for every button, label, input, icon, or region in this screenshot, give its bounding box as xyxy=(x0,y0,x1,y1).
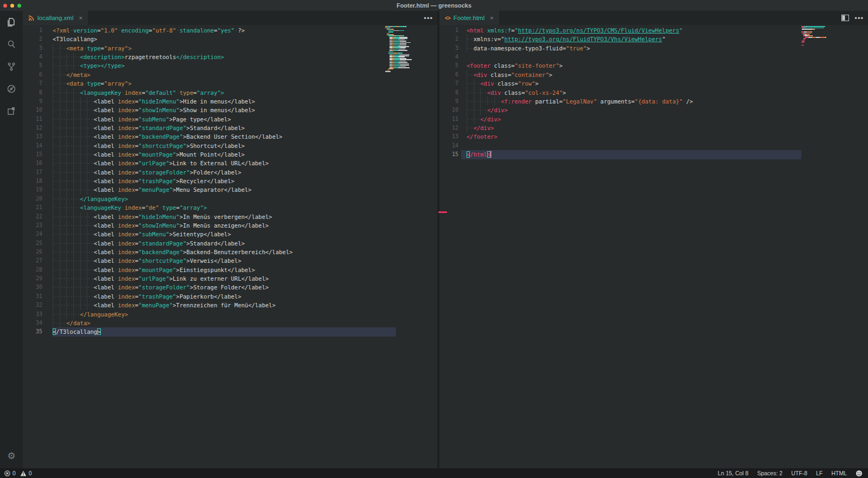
code-line[interactable]: 29············<label·index="urlPage">Lin… xyxy=(23,274,437,283)
smiley-icon[interactable] xyxy=(856,470,863,477)
minimap[interactable] xyxy=(385,26,418,72)
close-tab-icon[interactable]: × xyxy=(490,15,493,21)
minimap[interactable] xyxy=(801,26,847,46)
status-utf-8[interactable]: UTF-8 xyxy=(791,470,807,476)
line-number: 29 xyxy=(23,274,42,283)
code-line[interactable]: 2<T3locallang> xyxy=(23,35,437,43)
code-text: ············<label·index="hideInMenu">In… xyxy=(53,212,437,221)
more-icon[interactable]: ••• xyxy=(854,13,864,23)
minimap-segment xyxy=(393,34,394,35)
minimize-window-button[interactable] xyxy=(10,4,14,8)
code-text: ············<label·index="shortcutPage">… xyxy=(53,141,437,150)
code-line[interactable]: 4 xyxy=(439,53,868,61)
code-line[interactable]: 9············<label·index="hideInMenu">H… xyxy=(23,97,437,106)
settings-gear-icon[interactable]: ⚙ xyxy=(0,450,23,462)
extensions-icon[interactable] xyxy=(0,100,23,122)
code-line[interactable]: 7····<data·type="array"> xyxy=(23,79,437,88)
warning-triangle-count[interactable]: 0 xyxy=(20,470,32,476)
code-token: "array" xyxy=(180,204,203,211)
code-line[interactable]: 35</T3locallang> xyxy=(23,327,437,336)
code-token: "subMenu" xyxy=(138,231,169,237)
minimap-segment xyxy=(394,55,399,56)
code-line[interactable]: 15············<label·index="mountPage">M… xyxy=(23,150,437,159)
close-tab-icon[interactable]: × xyxy=(79,15,82,21)
status-spaces-2[interactable]: Spaces: 2 xyxy=(757,470,783,476)
code-line[interactable]: 5········<type></type> xyxy=(23,61,437,70)
code-line[interactable]: 23············<label·index="showInMenu">… xyxy=(23,221,437,230)
code-line[interactable]: 17············<label·index="storageFolde… xyxy=(23,168,437,177)
files-icon[interactable] xyxy=(0,11,23,33)
code-line[interactable]: 19············<label·index="menuPage">Me… xyxy=(23,185,437,194)
minimap-segment xyxy=(385,67,390,68)
whitespace-dot: · xyxy=(121,89,124,96)
minimap-segment xyxy=(394,50,398,51)
tab-locallang.xml[interactable]: locallang.xml× xyxy=(23,11,88,25)
debug-icon[interactable] xyxy=(0,77,23,100)
code-line[interactable]: 5<footer·class="site-footer"> xyxy=(439,61,868,70)
code-line[interactable]: 9··········<f:render·partial="LegalNav"·… xyxy=(439,97,868,106)
code-line[interactable]: 14············<label·index="shortcutPage… xyxy=(23,141,437,150)
code-line[interactable]: 14 xyxy=(439,141,868,150)
error-circle-count[interactable]: 0 xyxy=(4,470,16,476)
code-line[interactable]: 8······<div·class="col-xs-24"> xyxy=(439,88,868,97)
code-line[interactable]: 27············<label·index="shortcutPage… xyxy=(23,256,437,265)
minimap-segment xyxy=(399,66,406,67)
status-ln-15-col-8[interactable]: Ln 15, Col 8 xyxy=(718,470,749,476)
code-line[interactable]: 34····</data> xyxy=(23,319,437,327)
minimap-segment xyxy=(404,35,404,36)
code-editor[interactable]: 1<html·xmlns:f="http://typo3.org/ns/TYPO… xyxy=(439,25,868,468)
code-line[interactable]: 6··<div·class="container"> xyxy=(439,70,868,79)
close-window-button[interactable] xyxy=(3,4,7,8)
code-line[interactable]: 20········</languageKey> xyxy=(23,195,437,203)
status-html[interactable]: HTML xyxy=(831,470,847,476)
more-icon[interactable]: ••• xyxy=(424,13,433,23)
code-line[interactable]: 1<?xml·version="1.0"·encoding="utf-8"·st… xyxy=(23,26,437,35)
code-line[interactable]: 30············<label·index="storageFolde… xyxy=(23,283,437,292)
editor-pane-right[interactable]: <>Footer.html×•••1<html·xmlns:f="http://… xyxy=(439,11,868,468)
code-line[interactable]: 8········<languageKey·index="default"·ty… xyxy=(23,88,437,97)
editor-pane-left[interactable]: locallang.xml×•••1<?xml·version="1.0"·en… xyxy=(23,11,437,468)
code-line[interactable]: 11············<label·index="subMenu">Pag… xyxy=(23,115,437,124)
code-line[interactable]: 16············<label·index="urlPage">Lin… xyxy=(23,159,437,167)
code-line[interactable]: 12··</div> xyxy=(439,124,868,132)
code-line[interactable]: 4········<description>rzpagetreetools</d… xyxy=(23,53,437,61)
whitespace-dot: · xyxy=(217,284,220,290)
code-line[interactable]: 6····</meta> xyxy=(23,70,437,79)
code-line[interactable]: 13············<label·index="backendPage"… xyxy=(23,132,437,141)
code-line[interactable]: 24············<label·index="subMenu">Sei… xyxy=(23,230,437,238)
code-line[interactable]: 12············<label·index="standardPage… xyxy=(23,124,437,132)
code-line[interactable]: 7····<div·class="row"> xyxy=(439,79,868,88)
maximize-window-button[interactable] xyxy=(17,4,21,8)
source-control-icon[interactable] xyxy=(0,55,23,77)
code-line[interactable]: 21········<languageKey·index="de"·type="… xyxy=(23,203,437,212)
status-lf[interactable]: LF xyxy=(816,470,822,476)
code-token: "yes" xyxy=(218,27,235,34)
code-line[interactable]: 22············<label·index="hideInMenu">… xyxy=(23,212,437,221)
code-text: ············<label·index="backendPage">B… xyxy=(53,248,437,256)
code-token: ·index xyxy=(114,98,135,105)
line-number: 11 xyxy=(439,115,458,124)
code-line[interactable]: 15</html> xyxy=(439,150,868,159)
code-line[interactable]: 10············<label·index="showInMenu">… xyxy=(23,106,437,114)
minimap-segment xyxy=(405,26,406,27)
code-line[interactable]: 11····</div> xyxy=(439,115,868,124)
code-token: ·index xyxy=(114,214,135,220)
code-token: ·index xyxy=(114,151,135,158)
code-line[interactable]: 18············<label·index="trashPage">R… xyxy=(23,177,437,185)
code-line[interactable]: 26············<label·index="backendPage"… xyxy=(23,248,437,256)
code-editor[interactable]: 1<?xml·version="1.0"·encoding="utf-8"·st… xyxy=(23,25,437,468)
code-token: rzpagetreetools xyxy=(125,54,176,60)
search-icon[interactable] xyxy=(0,33,23,55)
code-line[interactable]: 31············<label·index="trashPage">P… xyxy=(23,292,437,301)
code-line[interactable]: 32············<label·index="menuPage">Tr… xyxy=(23,301,437,309)
code-line[interactable]: 10······</div> xyxy=(439,106,868,114)
tab-Footer.html[interactable]: <>Footer.html× xyxy=(439,11,499,25)
code-token: "col-xs-24" xyxy=(525,89,563,96)
code-line[interactable]: 25············<label·index="standardPage… xyxy=(23,239,437,248)
code-token: <label xyxy=(94,222,114,229)
code-line[interactable]: 3····<meta·type="array"> xyxy=(23,44,437,53)
code-line[interactable]: 33········</languageKey> xyxy=(23,310,437,319)
split-editor-icon[interactable] xyxy=(841,15,849,21)
code-line[interactable]: 13</footer> xyxy=(439,132,868,141)
code-line[interactable]: 28············<label·index="mountPage">E… xyxy=(23,266,437,274)
